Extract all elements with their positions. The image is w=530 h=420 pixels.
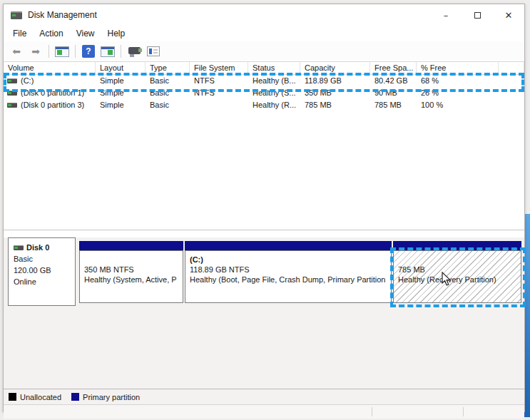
column-header-free-space[interactable]: Free Spa... <box>370 62 417 74</box>
back-icon: ⬅ <box>12 46 21 56</box>
properties-button[interactable] <box>145 43 162 60</box>
menu-file[interactable]: File <box>6 27 33 40</box>
status-bar-separator <box>372 407 372 416</box>
column-header-pct-free[interactable]: % Free <box>417 62 499 74</box>
popup-icon <box>128 47 141 54</box>
status-bar-separator <box>463 407 464 416</box>
cell-free-space: 80.42 GB <box>370 75 417 87</box>
cell-type: Basic <box>146 87 190 99</box>
minimize-icon: – <box>444 10 449 21</box>
volume-light <box>8 80 11 82</box>
primary-partition-label: Primary partition <box>83 393 140 401</box>
cell-blank <box>499 99 524 111</box>
volume-row-partition3[interactable]: (Disk 0 partition 3) Simple Basic Health… <box>4 99 524 111</box>
partition-size: 118.89 GB NTFS <box>190 265 387 275</box>
cell-type: Basic <box>146 75 190 87</box>
volume-row-partition1[interactable]: (Disk 0 partition 1) Simple Basic NTFS H… <box>4 87 524 99</box>
volume-name: (Disk 0 partition 3) <box>21 99 84 111</box>
icon-check-line <box>149 48 158 51</box>
icon-tip <box>138 48 142 52</box>
close-icon: ✕ <box>505 10 513 21</box>
cell-blank <box>499 75 524 87</box>
disk-kind: Basic <box>14 253 75 265</box>
cell-free-space: 90 MB <box>370 87 417 99</box>
cell-free-space: 785 MB <box>370 99 417 111</box>
volume-icon <box>7 103 17 108</box>
close-button[interactable]: ✕ <box>493 4 524 26</box>
volume-icon <box>7 91 17 96</box>
cell-file-system: NTFS <box>190 75 248 87</box>
primary-partition-color-bar <box>393 241 521 250</box>
column-header-type[interactable]: Type <box>146 62 190 74</box>
back-button[interactable]: ⬅ <box>8 43 25 60</box>
column-header-layout[interactable]: Layout <box>96 62 146 74</box>
disk-state: Online <box>14 276 75 287</box>
toolbar-separator <box>121 45 121 58</box>
menu-bar: File Action View Help <box>4 26 524 41</box>
disk0-title: Disk 0 <box>14 242 75 253</box>
volume-icon <box>7 78 17 83</box>
icon-bar <box>153 52 158 53</box>
column-header-status[interactable]: Status <box>248 62 300 74</box>
cell-status: Healthy (R... <box>248 99 300 111</box>
help-button[interactable]: ? <box>80 43 97 60</box>
list-header: Volume Layout Type File System Status Ca… <box>4 62 524 75</box>
legend-bar: Unallocated Primary partition <box>4 389 524 404</box>
disk-name: Disk 0 <box>26 242 49 253</box>
background-window-edge <box>524 214 530 417</box>
action-pane-icon <box>101 46 115 57</box>
title-bar: Disk Management – ✕ <box>4 4 524 26</box>
primary-partition-swatch <box>71 393 79 401</box>
disk-activity-light <box>12 14 16 16</box>
cell-file-system <box>190 99 248 111</box>
volume-light <box>8 104 11 106</box>
partition-system-reserved[interactable]: 350 MB NTFS Healthy (System, Active, P <box>79 237 183 306</box>
partition-strip: 350 MB NTFS Healthy (System, Active, P (… <box>79 237 521 306</box>
menu-help[interactable]: Help <box>101 27 132 40</box>
cell-capacity: 350 MB <box>300 87 370 99</box>
partition-body: 350 MB NTFS Healthy (System, Active, P <box>79 250 183 303</box>
disk0-row: Disk 0 Basic 120.00 GB Online 350 MB NTF… <box>8 237 520 306</box>
cell-file-system: NTFS <box>190 87 248 99</box>
icon-check-line <box>149 51 158 54</box>
maximize-icon <box>474 12 481 19</box>
column-header-capacity[interactable]: Capacity <box>300 62 370 74</box>
cell-pct-free: 68 % <box>417 75 499 87</box>
forward-button[interactable]: ➡ <box>27 43 44 60</box>
icon-tail <box>130 54 134 57</box>
icon-bar <box>153 49 158 51</box>
disk0-info-panel[interactable]: Disk 0 Basic 120.00 GB Online <box>8 237 76 306</box>
cell-status: Healthy (B... <box>248 75 300 87</box>
cell-capacity: 785 MB <box>300 99 370 111</box>
partition-recovery[interactable]: 785 MB Healthy (Recovery Partition) <box>393 237 521 306</box>
primary-partition-color-bar <box>79 241 183 250</box>
show-console-tree-button[interactable] <box>53 43 71 60</box>
column-header-volume[interactable]: Volume <box>4 62 96 74</box>
volume-name: (C:) <box>21 75 34 87</box>
partition-body: (C:) 118.89 GB NTFS Healthy (Boot, Page … <box>185 250 392 303</box>
cell-layout: Simple <box>96 87 146 99</box>
icon-green-pane <box>108 50 113 55</box>
console-tree-icon <box>55 46 69 57</box>
minimize-button[interactable]: – <box>430 4 462 26</box>
cell-layout: Simple <box>96 99 146 111</box>
toolbar: ⬅ ➡ ? <box>4 41 524 62</box>
cell-type: Basic <box>146 99 190 111</box>
cell-capacity: 118.89 GB <box>300 75 370 87</box>
disk-size: 120.00 GB <box>14 265 75 276</box>
volume-row-c[interactable]: (C:) Simple Basic NTFS Healthy (B... 118… <box>4 75 524 87</box>
show-action-pane-button[interactable] <box>99 43 116 60</box>
cell-pct-free: 26 % <box>417 87 499 99</box>
menu-view[interactable]: View <box>70 27 101 40</box>
export-list-button[interactable] <box>126 43 143 60</box>
window-title: Disk Management <box>28 10 97 20</box>
partition-label <box>398 255 516 265</box>
menu-action[interactable]: Action <box>33 27 69 40</box>
partition-size: 785 MB <box>398 265 516 275</box>
column-header-blank[interactable] <box>499 62 524 74</box>
column-header-file-system[interactable]: File System <box>190 62 248 74</box>
toolbar-separator <box>49 45 49 58</box>
maximize-button[interactable] <box>462 4 493 26</box>
unallocated-swatch <box>9 393 16 401</box>
partition-c-drive[interactable]: (C:) 118.89 GB NTFS Healthy (Boot, Page … <box>185 237 392 306</box>
